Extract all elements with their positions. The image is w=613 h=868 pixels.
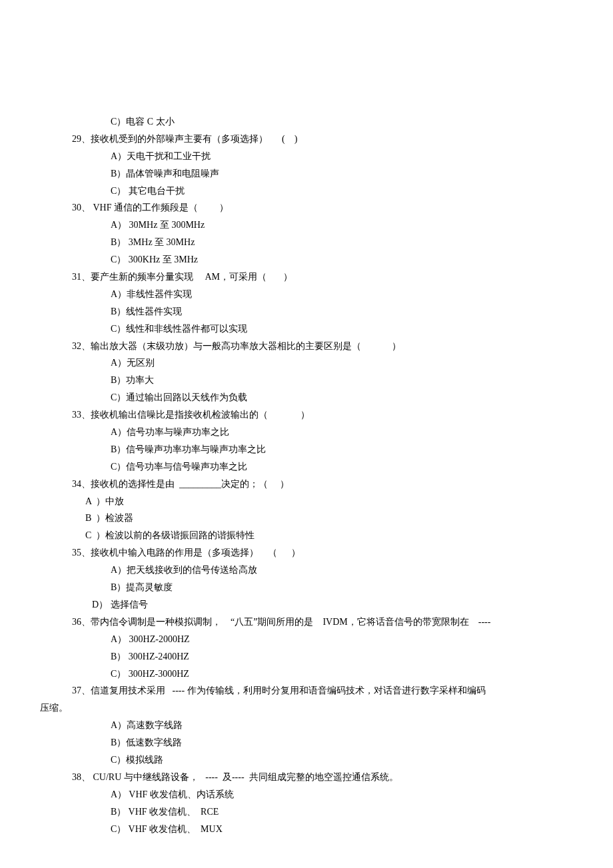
- text-line: 30、 VHF 通信的工作频段是（ ）: [72, 199, 573, 217]
- text-line: A）无区别: [111, 354, 573, 372]
- text-line: 31、要产生新的频率分量实现 AM，可采用（ ）: [72, 268, 573, 286]
- text-line: C） 300KHz 至 3MHz: [111, 251, 573, 268]
- text-line: 34、接收机的选择性是由 _________决定的；（ ）: [72, 476, 573, 493]
- text-line: B）功率大: [111, 372, 573, 389]
- text-line: A）把天线接收到的信号传送给高放: [111, 562, 573, 579]
- text-line: C）信号功率与信号噪声功率之比: [111, 458, 573, 476]
- text-line: B）线性器件实现: [111, 303, 573, 320]
- text-line: C） 其它电台干扰: [111, 183, 573, 200]
- text-line: C） 300HZ-3000HZ: [111, 665, 573, 683]
- text-line: A） VHF 收发信机、内话系统: [111, 786, 573, 803]
- text-line: B）低速数字线路: [111, 734, 573, 751]
- text-line: B） VHF 收发信机、 RCE: [111, 803, 573, 821]
- text-line: A）非线性器件实现: [111, 286, 573, 303]
- text-line: 32、输出放大器（末级功放）与一般高功率放大器相比的主要区别是（ ）: [72, 338, 573, 355]
- text-line: B）提高灵敏度: [111, 579, 573, 596]
- document-body: C）电容 C 太小29、接收机受到的外部噪声主要有（多项选择） ( )A）天电干…: [40, 113, 573, 837]
- text-line: A） 300HZ-2000HZ: [111, 631, 573, 648]
- text-line: D） 选择信号: [92, 596, 573, 614]
- text-line: A）信号功率与噪声功率之比: [111, 424, 573, 441]
- text-line: B） 300HZ-2400HZ: [111, 648, 573, 665]
- text-line: 37、信道复用技术采用 ---- 作为传输线，利用时分复用和语音编码技术，对话音…: [72, 682, 573, 699]
- text-line: C ）检波以前的各级谐振回路的谐振特性: [85, 527, 573, 544]
- text-line: B）晶体管噪声和电阻噪声: [111, 165, 573, 183]
- text-line: 36、带内信令调制是一种模拟调制， “八五”期间所用的是 IVDM，它将话音信号…: [72, 614, 573, 631]
- text-line: 29、接收机受到的外部噪声主要有（多项选择） ( ): [72, 131, 573, 148]
- text-line: A）天电干扰和工业干扰: [111, 148, 573, 165]
- text-line: C）通过输出回路以天线作为负载: [111, 389, 573, 406]
- text-line: 38、 CU/RU 与中继线路设备， ---- 及---- 共同组成完整的地空遥…: [72, 769, 573, 786]
- text-line: 35、接收机中输入电路的作用是（多项选择） （ ）: [72, 544, 573, 562]
- text-line: C）模拟线路: [111, 751, 573, 769]
- text-line: B） 3MHz 至 30MHz: [111, 234, 573, 251]
- text-line: A） 30MHz 至 300MHz: [111, 217, 573, 234]
- text-line: C）电容 C 太小: [111, 113, 573, 131]
- text-line: C） VHF 收发信机、 MUX: [111, 821, 573, 838]
- text-line: B）信号噪声功率功率与噪声功率之比: [111, 441, 573, 458]
- text-line: A）高速数字线路: [111, 717, 573, 734]
- text-line: 33、接收机输出信噪比是指接收机检波输出的（ ）: [72, 406, 573, 424]
- text-line: B ）检波器: [85, 510, 573, 527]
- text-line: C）线性和非线性器件都可以实现: [111, 320, 573, 338]
- text-line: 压缩。: [40, 699, 573, 717]
- text-line: A ）中放: [85, 493, 573, 510]
